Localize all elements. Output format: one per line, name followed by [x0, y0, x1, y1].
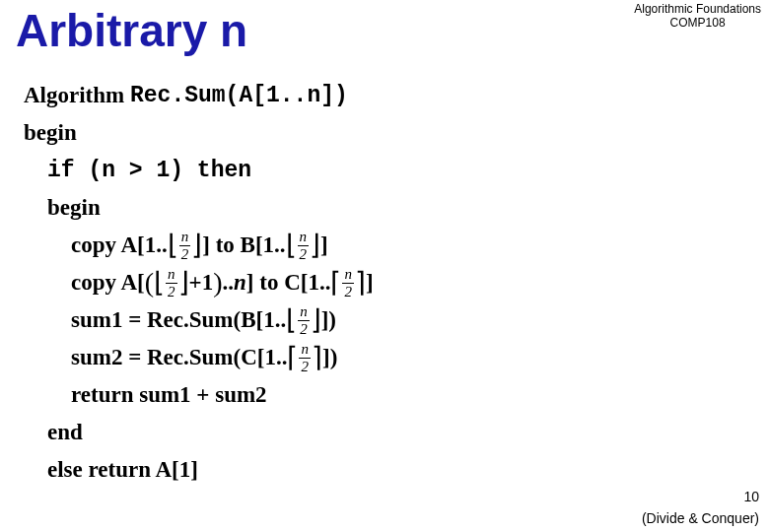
floor-right-icon — [191, 232, 202, 259]
copy1-c: ] — [320, 233, 328, 258]
copy2-dots: .. — [223, 270, 235, 296]
algo-line-3: begin — [24, 189, 374, 227]
copy2-a: copy A[ — [71, 270, 145, 296]
algo-line-5: copy A[ n2 +1 .. n ] to C[1.. n2 ] — [24, 264, 374, 301]
copy2-d: ] to C[1.. — [246, 270, 331, 296]
ceil-right-icon — [355, 269, 366, 297]
algo-line-9: end — [24, 414, 374, 451]
course-code: COMP108 — [634, 16, 761, 30]
frac-n2-1: n2 — [179, 230, 191, 262]
copy1-b: ] to B[1.. — [202, 233, 285, 258]
algo-line-2: if (n > 1) then — [24, 152, 374, 189]
algo-line-1: begin — [24, 114, 374, 152]
algo-line-10: else return A[1] — [24, 451, 374, 489]
if-cond: if (n > 1) then — [47, 158, 251, 183]
copy2-e: ] — [366, 270, 374, 296]
frac-n2-6: n2 — [299, 342, 311, 374]
frac-n2-4: n2 — [342, 267, 354, 299]
frac-n2-3: n2 — [166, 267, 177, 299]
floor-right-icon — [310, 232, 320, 259]
page-number: 10 — [743, 489, 759, 504]
sum1-a: sum1 = Rec.Sum(B[1.. — [71, 307, 286, 333]
floor-left-icon — [286, 232, 297, 259]
course-name: Algorithmic Foundations — [634, 2, 761, 16]
algo-line-8: return sum1 + sum2 — [24, 376, 374, 414]
kw-algorithm: Algorithm — [24, 83, 124, 108]
footer-topic: (Divide & Conquer) — [642, 510, 759, 526]
course-header: Algorithmic Foundations COMP108 — [634, 2, 761, 31]
floor-right-icon — [178, 269, 189, 297]
paren-left-icon — [145, 269, 154, 297]
algorithm-block: Algorithm Rec.Sum(A[1..n]) begin if (n >… — [24, 77, 374, 489]
sum1-b: ]) — [321, 307, 336, 333]
algo-line-7: sum2 = Rec.Sum(C[1.. n2 ]) — [24, 339, 374, 376]
floor-left-icon — [286, 306, 297, 334]
sum2-a: sum2 = Rec.Sum(C[1.. — [71, 345, 287, 370]
sum2-b: ]) — [322, 345, 337, 370]
algo-line-6: sum1 = Rec.Sum(B[1.. n2 ]) — [24, 301, 374, 339]
floor-left-icon — [168, 232, 178, 259]
algo-line-4: copy A[1.. n2 ] to B[1.. n2 ] — [24, 227, 374, 264]
floor-left-icon — [154, 269, 165, 297]
slide-title: Arbitrary n — [16, 4, 247, 57]
floor-right-icon — [311, 306, 321, 334]
algo-line-0: Algorithm Rec.Sum(A[1..n]) — [24, 77, 374, 114]
ceil-right-icon — [312, 344, 322, 371]
ceil-left-icon — [287, 344, 298, 371]
var-n: n — [234, 270, 246, 296]
ceil-left-icon — [330, 269, 341, 297]
frac-n2-5: n2 — [298, 304, 310, 337]
copy2-plus1: +1 — [189, 270, 214, 296]
algo-signature: Rec.Sum(A[1..n]) — [130, 83, 348, 108]
paren-right-icon — [213, 269, 222, 297]
copy1-a: copy A[1.. — [71, 233, 168, 258]
frac-n2-2: n2 — [298, 230, 310, 262]
